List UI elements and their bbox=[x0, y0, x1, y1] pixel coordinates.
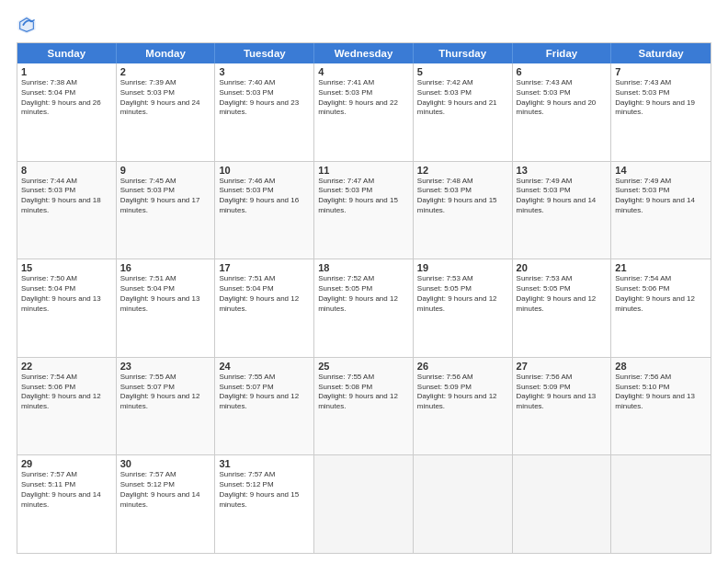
day-info: Sunrise: 7:56 AMSunset: 5:09 PMDaylight:… bbox=[517, 373, 608, 412]
day-number: 19 bbox=[417, 262, 508, 273]
day-cell-25: 25Sunrise: 7:55 AMSunset: 5:08 PMDayligh… bbox=[314, 358, 414, 455]
day-cell-3: 3Sunrise: 7:40 AMSunset: 5:03 PMDaylight… bbox=[215, 63, 314, 161]
header-cell-tuesday: Tuesday bbox=[215, 43, 314, 63]
day-number: 1 bbox=[21, 66, 112, 77]
day-number: 25 bbox=[318, 361, 409, 372]
header-cell-monday: Monday bbox=[117, 43, 216, 63]
day-cell-17: 17Sunrise: 7:51 AMSunset: 5:04 PMDayligh… bbox=[215, 259, 314, 357]
day-info: Sunrise: 7:39 AMSunset: 5:03 PMDaylight:… bbox=[120, 78, 211, 118]
day-cell-14: 14Sunrise: 7:49 AMSunset: 5:03 PMDayligh… bbox=[611, 162, 711, 259]
day-info: Sunrise: 7:48 AMSunset: 5:03 PMDaylight:… bbox=[417, 177, 508, 216]
day-number: 22 bbox=[21, 361, 112, 372]
day-number: 29 bbox=[21, 458, 112, 469]
day-cell-5: 5Sunrise: 7:42 AMSunset: 5:03 PMDaylight… bbox=[414, 63, 513, 161]
day-number: 3 bbox=[219, 66, 310, 77]
day-number: 23 bbox=[120, 361, 211, 372]
calendar-row-5: 29Sunrise: 7:57 AMSunset: 5:11 PMDayligh… bbox=[17, 455, 711, 553]
day-number: 13 bbox=[517, 165, 608, 176]
day-cell-8: 8Sunrise: 7:44 AMSunset: 5:03 PMDaylight… bbox=[17, 162, 117, 259]
empty-cell bbox=[513, 455, 612, 553]
day-cell-27: 27Sunrise: 7:56 AMSunset: 5:09 PMDayligh… bbox=[513, 358, 612, 455]
day-cell-23: 23Sunrise: 7:55 AMSunset: 5:07 PMDayligh… bbox=[117, 358, 216, 455]
day-number: 12 bbox=[417, 165, 508, 176]
day-cell-13: 13Sunrise: 7:49 AMSunset: 5:03 PMDayligh… bbox=[513, 162, 612, 259]
day-cell-1: 1Sunrise: 7:38 AMSunset: 5:04 PMDaylight… bbox=[17, 63, 117, 161]
day-info: Sunrise: 7:41 AMSunset: 5:03 PMDaylight:… bbox=[318, 78, 409, 118]
day-number: 24 bbox=[219, 361, 310, 372]
day-cell-4: 4Sunrise: 7:41 AMSunset: 5:03 PMDaylight… bbox=[314, 63, 414, 161]
day-info: Sunrise: 7:49 AMSunset: 5:03 PMDaylight:… bbox=[517, 177, 608, 216]
day-number: 10 bbox=[219, 165, 310, 176]
empty-cell bbox=[314, 455, 414, 553]
day-info: Sunrise: 7:57 AMSunset: 5:12 PMDaylight:… bbox=[219, 470, 310, 510]
day-number: 18 bbox=[318, 262, 409, 273]
day-number: 16 bbox=[120, 262, 211, 273]
day-number: 5 bbox=[417, 66, 508, 77]
calendar-row-3: 15Sunrise: 7:50 AMSunset: 5:04 PMDayligh… bbox=[17, 259, 711, 358]
day-info: Sunrise: 7:38 AMSunset: 5:04 PMDaylight:… bbox=[21, 78, 112, 118]
day-cell-21: 21Sunrise: 7:54 AMSunset: 5:06 PMDayligh… bbox=[611, 259, 711, 357]
day-number: 31 bbox=[219, 458, 310, 469]
day-cell-30: 30Sunrise: 7:57 AMSunset: 5:12 PMDayligh… bbox=[117, 455, 216, 553]
day-info: Sunrise: 7:45 AMSunset: 5:03 PMDaylight:… bbox=[120, 177, 211, 216]
day-info: Sunrise: 7:57 AMSunset: 5:12 PMDaylight:… bbox=[120, 470, 211, 510]
day-cell-19: 19Sunrise: 7:53 AMSunset: 5:05 PMDayligh… bbox=[414, 259, 513, 357]
day-cell-28: 28Sunrise: 7:56 AMSunset: 5:10 PMDayligh… bbox=[611, 358, 711, 455]
day-number: 26 bbox=[417, 361, 508, 372]
day-info: Sunrise: 7:44 AMSunset: 5:03 PMDaylight:… bbox=[21, 177, 112, 216]
logo-icon bbox=[17, 15, 37, 35]
day-cell-20: 20Sunrise: 7:53 AMSunset: 5:05 PMDayligh… bbox=[513, 259, 612, 357]
day-number: 2 bbox=[120, 66, 211, 77]
day-cell-15: 15Sunrise: 7:50 AMSunset: 5:04 PMDayligh… bbox=[17, 259, 117, 357]
day-number: 20 bbox=[517, 262, 608, 273]
day-number: 6 bbox=[517, 66, 608, 77]
day-cell-7: 7Sunrise: 7:43 AMSunset: 5:03 PMDaylight… bbox=[611, 63, 711, 161]
day-cell-9: 9Sunrise: 7:45 AMSunset: 5:03 PMDaylight… bbox=[117, 162, 216, 259]
calendar-row-2: 8Sunrise: 7:44 AMSunset: 5:03 PMDaylight… bbox=[17, 162, 711, 260]
page: SundayMondayTuesdayWednesdayThursdayFrid… bbox=[0, 0, 728, 563]
calendar-row-1: 1Sunrise: 7:38 AMSunset: 5:04 PMDaylight… bbox=[17, 63, 711, 162]
day-cell-11: 11Sunrise: 7:47 AMSunset: 5:03 PMDayligh… bbox=[314, 162, 414, 259]
day-info: Sunrise: 7:53 AMSunset: 5:05 PMDaylight:… bbox=[417, 274, 508, 314]
calendar-body: 1Sunrise: 7:38 AMSunset: 5:04 PMDaylight… bbox=[17, 63, 711, 553]
day-number: 8 bbox=[21, 165, 112, 176]
day-info: Sunrise: 7:56 AMSunset: 5:10 PMDaylight:… bbox=[615, 373, 707, 412]
day-cell-29: 29Sunrise: 7:57 AMSunset: 5:11 PMDayligh… bbox=[17, 455, 117, 553]
day-info: Sunrise: 7:49 AMSunset: 5:03 PMDaylight:… bbox=[615, 177, 707, 216]
day-info: Sunrise: 7:54 AMSunset: 5:06 PMDaylight:… bbox=[615, 274, 707, 314]
day-number: 17 bbox=[219, 262, 310, 273]
day-info: Sunrise: 7:52 AMSunset: 5:05 PMDaylight:… bbox=[318, 274, 409, 314]
day-number: 14 bbox=[615, 165, 707, 176]
empty-cell bbox=[611, 455, 711, 553]
day-number: 9 bbox=[120, 165, 211, 176]
day-cell-26: 26Sunrise: 7:56 AMSunset: 5:09 PMDayligh… bbox=[414, 358, 513, 455]
header-cell-thursday: Thursday bbox=[414, 43, 513, 63]
day-cell-16: 16Sunrise: 7:51 AMSunset: 5:04 PMDayligh… bbox=[117, 259, 216, 357]
day-info: Sunrise: 7:51 AMSunset: 5:04 PMDaylight:… bbox=[120, 274, 211, 314]
day-number: 27 bbox=[517, 361, 608, 372]
day-info: Sunrise: 7:56 AMSunset: 5:09 PMDaylight:… bbox=[417, 373, 508, 412]
day-info: Sunrise: 7:43 AMSunset: 5:03 PMDaylight:… bbox=[517, 78, 608, 118]
calendar-header: SundayMondayTuesdayWednesdayThursdayFrid… bbox=[17, 43, 711, 63]
day-cell-10: 10Sunrise: 7:46 AMSunset: 5:03 PMDayligh… bbox=[215, 162, 314, 259]
day-info: Sunrise: 7:50 AMSunset: 5:04 PMDaylight:… bbox=[21, 274, 112, 314]
day-info: Sunrise: 7:57 AMSunset: 5:11 PMDaylight:… bbox=[21, 470, 112, 510]
day-info: Sunrise: 7:53 AMSunset: 5:05 PMDaylight:… bbox=[517, 274, 608, 314]
svg-marker-0 bbox=[17, 16, 35, 33]
header-cell-friday: Friday bbox=[513, 43, 612, 63]
day-number: 11 bbox=[318, 165, 409, 176]
header-cell-wednesday: Wednesday bbox=[314, 43, 414, 63]
header-cell-saturday: Saturday bbox=[611, 43, 711, 63]
day-cell-12: 12Sunrise: 7:48 AMSunset: 5:03 PMDayligh… bbox=[414, 162, 513, 259]
day-number: 28 bbox=[615, 361, 707, 372]
day-cell-2: 2Sunrise: 7:39 AMSunset: 5:03 PMDaylight… bbox=[117, 63, 216, 161]
day-info: Sunrise: 7:42 AMSunset: 5:03 PMDaylight:… bbox=[417, 78, 508, 118]
empty-cell bbox=[414, 455, 513, 553]
day-info: Sunrise: 7:51 AMSunset: 5:04 PMDaylight:… bbox=[219, 274, 310, 314]
day-number: 4 bbox=[318, 66, 409, 77]
day-cell-6: 6Sunrise: 7:43 AMSunset: 5:03 PMDaylight… bbox=[513, 63, 612, 161]
day-number: 15 bbox=[21, 262, 112, 273]
logo bbox=[17, 15, 40, 35]
day-cell-22: 22Sunrise: 7:54 AMSunset: 5:06 PMDayligh… bbox=[17, 358, 117, 455]
day-info: Sunrise: 7:46 AMSunset: 5:03 PMDaylight:… bbox=[219, 177, 310, 216]
